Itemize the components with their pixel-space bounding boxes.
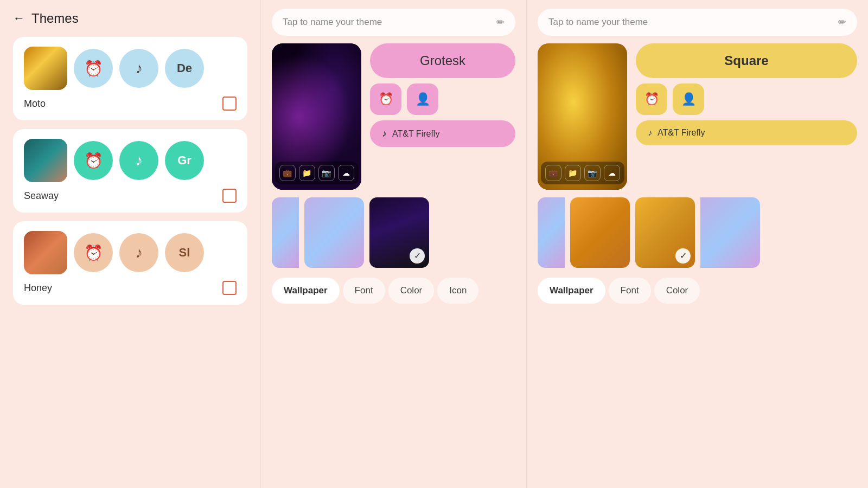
center-theme-name-input[interactable]: Tap to name your theme ✏ [272,9,515,36]
theme-icon-label-honey: Sl [165,233,204,272]
center-panel: Tap to name your theme ✏ 💼 📁 📷 ☁ Grotesk… [260,0,526,488]
right-wp-thumb-3[interactable] [635,197,695,268]
theme-card-seaway: ⏰ ♪ Gr Seaway [13,129,247,213]
theme-icon-label-seaway: Gr [165,141,204,180]
theme-icon-clock-moto: ⏰ [74,49,113,88]
right-wp-thumb-1[interactable] [538,197,565,268]
theme-name-row-honey: Honey [24,281,237,295]
center-phone-wallpaper: 💼 📁 📷 ☁ [272,43,361,190]
theme-name-moto: Moto [24,98,46,110]
right-icons-row: ⏰ 👤 [636,84,857,115]
theme-name-seaway: Seaway [24,190,59,202]
right-tab-font[interactable]: Font [609,278,651,304]
center-wp-thumb-3[interactable] [369,197,429,268]
theme-icon-music-honey: ♪ [119,233,158,272]
center-name-placeholder: Tap to name your theme [283,17,382,28]
right-phone-bottom-icons: 💼 📁 📷 ☁ [541,162,624,184]
right-options-panel: Square ⏰ 👤 ♪ AT&T Firefly [636,43,857,145]
back-button[interactable]: ← [13,11,25,25]
center-tab-icon[interactable]: Icon [437,278,478,304]
center-font-pill[interactable]: Grotesk [370,43,515,78]
right-preview-area: 💼 📁 📷 ☁ Square ⏰ 👤 ♪ AT&T Firefly [538,43,857,190]
center-icon-clock: ⏰ [370,84,401,115]
theme-thumb-honey [24,231,67,274]
right-panel: Tap to name your theme ✏ 💼 📁 📷 ☁ Square … [526,0,868,488]
right-wp-thumb-2[interactable] [570,197,630,268]
right-tab-wallpaper[interactable]: Wallpaper [538,278,605,304]
center-icons-row: ⏰ 👤 [370,84,515,115]
theme-icon-clock-honey: ⏰ [74,233,113,272]
back-header: ← Themes [13,11,247,26]
theme-card-honey: ⏰ ♪ Sl Honey [13,221,247,305]
theme-icon-clock-seaway: ⏰ [74,141,113,180]
right-theme-name-input[interactable]: Tap to name your theme ✏ [538,9,857,36]
left-panel: ← Themes ⏰ ♪ De Moto ⏰ ♪ Gr Seaway [0,0,260,488]
theme-icons-row-seaway: ⏰ ♪ Gr [24,139,237,182]
center-music-note-icon: ♪ [382,128,387,139]
right-phone-icon-folder: 📁 [565,165,581,181]
right-tab-color[interactable]: Color [654,278,700,304]
theme-checkbox-moto[interactable] [222,97,237,111]
right-edit-icon[interactable]: ✏ [838,16,846,28]
center-wallpaper-row [272,197,515,268]
theme-name-row-seaway: Seaway [24,189,237,203]
right-song-pill[interactable]: ♪ AT&T Firefly [636,120,857,145]
right-music-note-icon: ♪ [648,128,652,138]
right-phone-icon-briefcase: 💼 [545,165,561,181]
center-phone-icon-camera: 📷 [318,165,335,181]
center-tab-font[interactable]: Font [343,278,385,304]
center-phone-icon-cloud: ☁ [338,165,354,181]
center-song-pill[interactable]: ♪ AT&T Firefly [370,120,515,147]
theme-checkbox-seaway[interactable] [222,189,237,203]
center-tab-wallpaper[interactable]: Wallpaper [272,278,340,304]
right-phone-preview: 💼 📁 📷 ☁ [538,43,627,190]
theme-icons-row-moto: ⏰ ♪ De [24,47,237,90]
right-wp-thumb-4[interactable] [700,197,760,268]
theme-card-moto: ⏰ ♪ De Moto [13,37,247,120]
theme-icon-music-seaway: ♪ [119,141,158,180]
center-phone-icon-folder: 📁 [299,165,315,181]
center-preview-area: 💼 📁 📷 ☁ Grotesk ⏰ 👤 ♪ AT&T Firefly [272,43,515,190]
right-font-pill[interactable]: Square [636,43,857,78]
right-icon-clock: ⏰ [636,84,667,115]
right-icon-person: 👤 [673,84,704,115]
theme-icon-label-moto: De [165,49,204,88]
theme-name-honey: Honey [24,282,52,294]
theme-checkbox-honey[interactable] [222,281,237,295]
center-bottom-tabs: Wallpaper Font Color Icon [272,278,515,304]
center-wp-thumb-2[interactable] [304,197,364,268]
center-phone-preview: 💼 📁 📷 ☁ [272,43,361,190]
center-tab-color[interactable]: Color [388,278,435,304]
right-phone-icon-cloud: ☁ [604,165,620,181]
theme-icon-music-moto: ♪ [119,49,158,88]
center-edit-icon[interactable]: ✏ [496,16,505,28]
center-wp-thumb-1[interactable] [272,197,299,268]
page-title: Themes [31,11,79,26]
right-wallpaper-row [538,197,857,268]
center-phone-bottom-icons: 💼 📁 📷 ☁ [275,162,359,184]
theme-name-row-moto: Moto [24,97,237,111]
right-bottom-tabs: Wallpaper Font Color [538,278,857,304]
center-icon-person: 👤 [407,84,438,115]
right-name-placeholder: Tap to name your theme [548,17,648,28]
right-song-label: AT&T Firefly [658,128,705,138]
center-options-panel: Grotesk ⏰ 👤 ♪ AT&T Firefly [370,43,515,147]
theme-icons-row-honey: ⏰ ♪ Sl [24,231,237,274]
center-song-label: AT&T Firefly [392,129,439,139]
theme-thumb-moto [24,47,67,90]
center-phone-icon-briefcase: 💼 [279,165,296,181]
right-phone-icon-camera: 📷 [584,165,601,181]
theme-thumb-seaway [24,139,67,182]
